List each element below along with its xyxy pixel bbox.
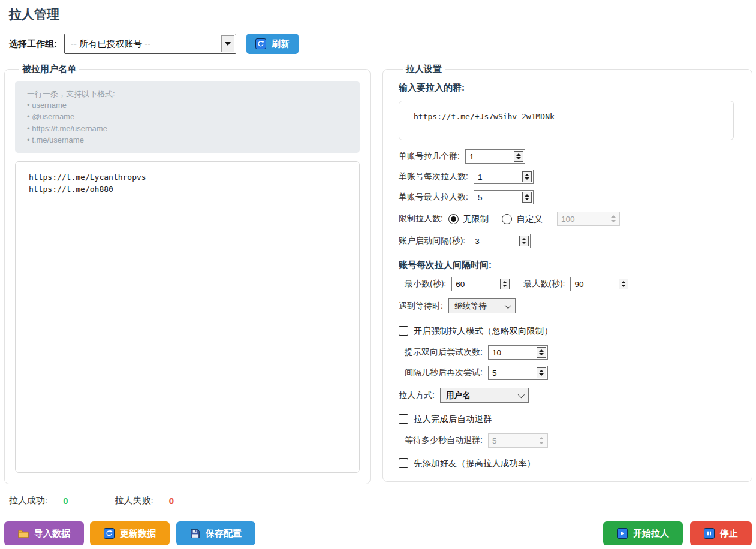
add-friend-row: 先添加好友（提高拉人成功率）	[399, 456, 734, 470]
spinner-arrows-icon[interactable]	[537, 347, 546, 358]
chevron-down-icon	[518, 391, 525, 397]
retry-times-row: 提示双向后尝试次数:	[405, 345, 734, 360]
on-wait-selected-value: 继续等待	[454, 301, 487, 312]
import-data-button[interactable]: 导入数据	[4, 521, 84, 545]
limit-custom-input	[558, 212, 607, 225]
spinner-arrows-icon[interactable]	[619, 279, 628, 289]
success-count: 0	[63, 496, 68, 506]
on-wait-label: 遇到等待时:	[399, 301, 443, 312]
dropdown-arrow-icon[interactable]	[221, 35, 234, 52]
start-pulling-button[interactable]: 开始拉人	[603, 521, 683, 545]
save-config-button[interactable]: 保存配置	[176, 521, 255, 545]
pull-method-select[interactable]: 用户名	[440, 388, 529, 403]
limit-label: 限制拉人数:	[399, 213, 443, 224]
groups-per-account-input[interactable]	[466, 150, 513, 163]
refresh-icon	[104, 528, 115, 539]
min-max-interval-row: 最小数(秒): 最大数(秒):	[405, 277, 734, 291]
groups-per-account-row: 单账号拉几个群:	[399, 149, 734, 164]
pulls-per-time-stepper[interactable]	[474, 170, 534, 184]
add-friend-label: 先添加好友（提高拉人成功率）	[414, 458, 535, 469]
user-list-panel-legend: 被拉用户名单	[19, 64, 79, 75]
pause-icon	[704, 528, 715, 539]
max-pulls-label: 单账号最大拉人数:	[399, 192, 468, 203]
spinner-arrows-icon[interactable]	[537, 367, 546, 378]
leave-wait-input	[489, 434, 535, 447]
pull-settings-panel: 拉人设置 输入要拉入的群: https://t.me/+Js7wSihv-2w1…	[382, 64, 752, 482]
panels: 被拉用户名单 一行一条，支持以下格式: • username • @userna…	[4, 64, 752, 484]
workgroup-selected-value: -- 所有已授权账号 --	[65, 38, 220, 50]
auto-leave-checkbox[interactable]	[399, 414, 408, 424]
max-pulls-row: 单账号最大拉人数:	[399, 190, 734, 204]
on-wait-select[interactable]: 继续等待	[448, 298, 516, 313]
start-interval-stepper[interactable]	[471, 234, 531, 248]
stop-button[interactable]: 停止	[690, 521, 752, 545]
start-interval-input[interactable]	[471, 234, 518, 248]
pulls-per-time-input[interactable]	[474, 170, 521, 183]
pull-method-selected-value: 用户名	[446, 390, 471, 401]
limit-row: 限制拉人数: 无限制 自定义	[399, 212, 734, 226]
spinner-arrows-icon[interactable]	[514, 151, 523, 162]
retry-interval-stepper[interactable]	[488, 366, 548, 380]
retry-interval-label: 间隔几秒后再次尝试:	[405, 367, 483, 378]
refresh-icon	[255, 38, 266, 49]
format-hint-box: 一行一条，支持以下格式: • username • @username • ht…	[15, 81, 360, 153]
start-interval-label: 账户启动间隔(秒):	[399, 236, 465, 246]
max-pulls-input[interactable]	[474, 191, 521, 204]
hint-item: • username	[27, 99, 348, 111]
leave-wait-label: 等待多少秒自动退群:	[405, 435, 483, 446]
min-interval-stepper[interactable]	[451, 277, 511, 291]
hint-item: • t.me/username	[27, 134, 348, 146]
fail-label: 拉人失败:	[115, 495, 153, 506]
app-window: 拉人管理 选择工作组: -- 所有已授权账号 -- 刷新 被拉用户名单 一行一条…	[0, 0, 756, 545]
play-icon	[617, 528, 628, 539]
leave-wait-stepper	[488, 433, 548, 448]
spinner-arrows-icon[interactable]	[519, 236, 529, 246]
pull-method-row: 拉人方式: 用户名	[399, 388, 734, 403]
force-mode-checkbox[interactable]	[399, 326, 408, 336]
min-interval-input[interactable]	[452, 277, 499, 291]
refresh-button[interactable]: 刷新	[246, 34, 299, 54]
group-link-textarea[interactable]: https://t.me/+Js7wSihv-2w1MDNk	[399, 101, 734, 140]
spinner-arrows-icon[interactable]	[500, 279, 510, 289]
spinner-arrows-icon[interactable]	[522, 192, 532, 203]
save-config-label: 保存配置	[206, 528, 242, 539]
update-data-label: 更新数据	[120, 528, 156, 539]
add-friend-checkbox[interactable]	[399, 458, 408, 468]
retry-times-input[interactable]	[489, 346, 535, 359]
retry-times-label: 提示双向后尝试次数:	[405, 347, 483, 358]
folder-icon	[18, 529, 29, 538]
save-icon	[190, 529, 200, 539]
groups-per-account-stepper[interactable]	[465, 149, 525, 164]
workgroup-select[interactable]: -- 所有已授权账号 --	[64, 34, 236, 54]
limit-unlimited-radio[interactable]	[448, 214, 459, 224]
limit-custom-stepper	[557, 212, 620, 226]
update-data-button[interactable]: 更新数据	[90, 521, 170, 545]
on-wait-row: 遇到等待时: 继续等待	[399, 298, 734, 313]
success-label: 拉人成功:	[9, 495, 47, 506]
page-title: 拉人管理	[9, 6, 752, 23]
limit-custom-radio[interactable]	[502, 214, 512, 224]
groups-per-account-label: 单账号拉几个群:	[399, 151, 460, 162]
retry-times-stepper[interactable]	[488, 345, 548, 360]
workgroup-label: 选择工作组:	[9, 38, 57, 50]
footer-actions: 导入数据 更新数据 保存配置 开始拉人 停止	[4, 521, 752, 545]
pull-settings-panel-legend: 拉人设置	[403, 64, 445, 75]
max-interval-input[interactable]	[571, 277, 618, 291]
spinner-arrows-icon	[537, 435, 546, 446]
start-interval-row: 账户启动间隔(秒):	[399, 234, 734, 248]
retry-interval-input[interactable]	[489, 366, 535, 379]
max-interval-stepper[interactable]	[570, 277, 630, 291]
user-list-panel: 被拉用户名单 一行一条，支持以下格式: • username • @userna…	[4, 64, 371, 484]
status-bar: 拉人成功: 0 拉人失败: 0	[9, 495, 752, 506]
interval-section-header: 账号每次拉人间隔时间:	[399, 260, 734, 271]
pulls-per-time-label: 单账号每次拉人数:	[399, 171, 468, 182]
pull-method-label: 拉人方式:	[399, 390, 435, 401]
user-list-textarea[interactable]: https://t.me/Lycanthropvs https://t.me/o…	[15, 161, 360, 473]
force-mode-row: 开启强制拉人模式（忽略双向限制）	[399, 324, 734, 338]
chevron-down-icon	[505, 301, 511, 308]
max-pulls-stepper[interactable]	[474, 190, 534, 204]
toolbar: 选择工作组: -- 所有已授权账号 -- 刷新	[9, 34, 752, 54]
refresh-button-label: 刷新	[272, 38, 290, 50]
spinner-arrows-icon[interactable]	[522, 171, 532, 182]
limit-custom-label: 自定义	[516, 213, 543, 225]
